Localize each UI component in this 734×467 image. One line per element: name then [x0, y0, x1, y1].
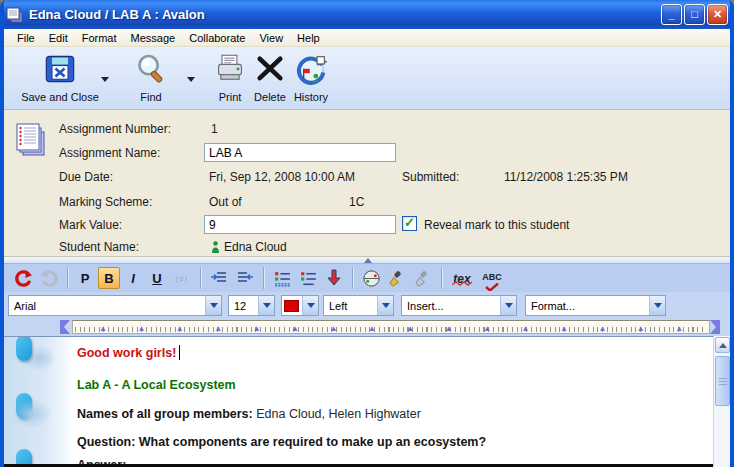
- assignment-number-label: Assignment Number:: [59, 122, 171, 136]
- find-dropdown-arrow[interactable]: [187, 77, 195, 82]
- answer-line: Answer:: [77, 458, 126, 467]
- menu-file[interactable]: File: [10, 30, 42, 46]
- list-format-icon: [273, 269, 292, 288]
- font-size-select[interactable]: 12: [228, 295, 275, 316]
- binding-capsule: [16, 336, 32, 361]
- menu-help[interactable]: Help: [290, 30, 327, 46]
- indent-decrease-button[interactable]: [233, 267, 257, 289]
- close-button[interactable]: ✕: [707, 4, 728, 25]
- submitted-label: Submitted:: [402, 170, 459, 184]
- history-button[interactable]: History: [286, 53, 336, 103]
- chevron-down-icon[interactable]: [377, 296, 393, 315]
- save-dropdown-arrow[interactable]: [101, 77, 109, 82]
- redo-icon: [40, 269, 59, 288]
- eyedropper-gray-icon: [414, 269, 433, 288]
- maximize-button[interactable]: □: [684, 4, 705, 25]
- assignment-number-value: 1: [211, 122, 218, 136]
- vertical-scrollbar[interactable]: [713, 336, 730, 467]
- undo-button[interactable]: [11, 267, 35, 289]
- menu-collaborate[interactable]: Collaborate: [182, 30, 252, 46]
- mark-value-input[interactable]: [204, 215, 396, 234]
- window-title: Edna Cloud / LAB A : Avalon: [29, 7, 659, 22]
- format-toolbar: P B I U (s): [4, 263, 730, 292]
- spell-check-icon: ABC: [482, 266, 502, 291]
- alignment-select[interactable]: Left: [323, 295, 394, 316]
- insert-menu-select[interactable]: Insert...: [401, 295, 517, 316]
- menu-message[interactable]: Message: [124, 30, 183, 46]
- ruler-tab-stops[interactable]: ▲▲▲▲▲▲▲▲▲▲▲▲▲▲▲▲: [99, 324, 699, 333]
- color-swatch: [284, 300, 299, 312]
- document-editor[interactable]: Good work girls! Lab A - A Local Ecosyst…: [4, 336, 730, 467]
- question-line: Question: What components are required t…: [77, 435, 486, 449]
- signature-icon: tex: [453, 269, 470, 287]
- indent-increase-button[interactable]: [207, 267, 231, 289]
- format-eraser-button[interactable]: [411, 267, 435, 289]
- list-outline-button[interactable]: [296, 267, 320, 289]
- marking-scheme-label: Marking Scheme:: [59, 195, 152, 209]
- student-name-value[interactable]: Edna Cloud: [224, 240, 287, 254]
- chevron-down-icon[interactable]: [649, 296, 665, 315]
- assignment-name-input[interactable]: [204, 143, 396, 162]
- reveal-mark-checkbox[interactable]: ✓: [402, 216, 417, 231]
- ruler[interactable]: ▲▲▲▲▲▲▲▲▲▲▲▲▲▲▲▲: [72, 320, 710, 334]
- menu-format[interactable]: Format: [75, 30, 124, 46]
- undo-icon: [14, 269, 33, 288]
- signature-button[interactable]: tex: [448, 267, 476, 289]
- due-date-label: Due Date:: [59, 170, 113, 184]
- link-button[interactable]: [359, 267, 383, 289]
- plain-style-button[interactable]: P: [74, 267, 96, 289]
- list-format-button[interactable]: [270, 267, 294, 289]
- save-and-close-button[interactable]: Save and Close: [16, 53, 104, 103]
- toolbar-separator: [441, 267, 442, 289]
- format-painter-button[interactable]: [385, 267, 409, 289]
- reveal-mark-label: Reveal mark to this student: [424, 218, 569, 232]
- mark-value-label: Mark Value:: [59, 218, 122, 232]
- assignment-document-icon: [14, 122, 46, 158]
- student-name-label: Student Name:: [59, 240, 139, 254]
- members-line: Names of all group members: Edna Cloud, …: [77, 407, 421, 421]
- find-icon: [126, 53, 176, 87]
- font-color-select[interactable]: [281, 295, 319, 316]
- underline-button[interactable]: U: [146, 267, 168, 289]
- marking-scheme-type: Out of: [209, 195, 242, 209]
- font-family-select[interactable]: Arial: [8, 295, 222, 316]
- bold-button[interactable]: B: [98, 267, 120, 289]
- font-controls-row: Arial 12 Left Insert... Format...: [4, 292, 730, 318]
- title-bar[interactable]: Edna Cloud / LAB A : Avalon _ □ ✕: [0, 0, 734, 29]
- chevron-down-icon[interactable]: [258, 296, 274, 315]
- app-window: Edna Cloud / LAB A : Avalon _ □ ✕ File E…: [0, 0, 734, 467]
- text-cursor: [179, 345, 180, 360]
- fixed-font-button[interactable]: (s): [170, 267, 194, 289]
- minimize-button[interactable]: _: [661, 4, 682, 25]
- stationery-margin: [4, 337, 74, 464]
- assignment-name-label: Assignment Name:: [59, 146, 160, 160]
- italic-button[interactable]: I: [122, 267, 144, 289]
- window-icon: [6, 7, 24, 23]
- chevron-down-icon[interactable]: [500, 296, 516, 315]
- ruler-row: ▲▲▲▲▲▲▲▲▲▲▲▲▲▲▲▲: [4, 318, 730, 336]
- save-and-close-icon: [16, 53, 104, 87]
- main-toolbar: Save and Close Find: [4, 47, 730, 110]
- list-outline-icon: [299, 269, 318, 288]
- scrollbar-thumb[interactable]: [715, 356, 730, 406]
- members-names: Edna Cloud, Helen Highwater: [253, 407, 421, 421]
- chevron-down-icon[interactable]: [205, 296, 221, 315]
- menu-edit[interactable]: Edit: [42, 30, 75, 46]
- format-menu-select[interactable]: Format...: [525, 295, 666, 316]
- menu-bar: File Edit Format Message Collaborate Vie…: [4, 29, 730, 47]
- find-button[interactable]: Find: [126, 53, 176, 103]
- insert-below-button[interactable]: [322, 267, 346, 289]
- redo-button[interactable]: [37, 267, 61, 289]
- toolbar-separator: [67, 267, 68, 289]
- chevron-down-icon[interactable]: [302, 296, 318, 315]
- spell-check-button[interactable]: ABC: [478, 267, 506, 289]
- binding-capsule: [16, 393, 32, 419]
- scroll-up-button[interactable]: [715, 337, 730, 353]
- submitted-value: 11/12/2008 1:25:35 PM: [504, 170, 628, 184]
- eyedropper-icon: [388, 269, 407, 288]
- left-margin-marker[interactable]: [60, 320, 70, 334]
- right-margin-marker[interactable]: [710, 320, 720, 334]
- menu-view[interactable]: View: [252, 30, 290, 46]
- pane-divider[interactable]: [4, 256, 730, 263]
- down-arrow-icon: [326, 269, 342, 287]
